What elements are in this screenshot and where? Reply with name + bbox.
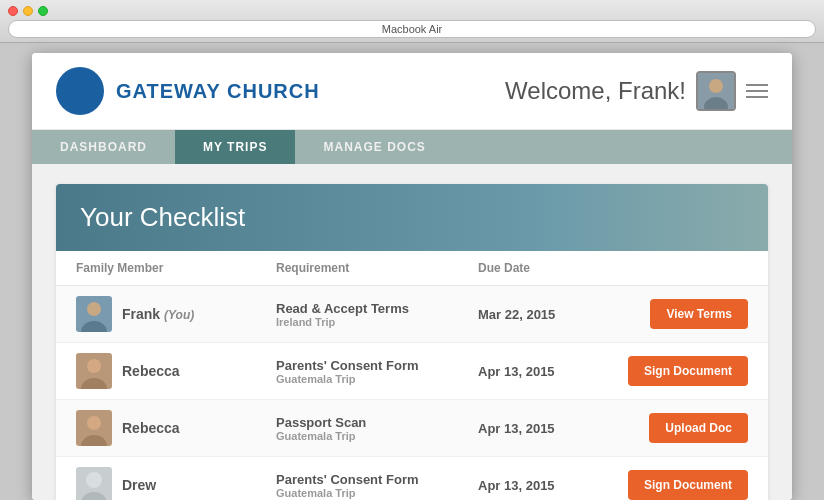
col-header-action [618, 261, 748, 275]
member-name-drew-consent: Drew [122, 477, 156, 493]
svg-point-7 [87, 359, 101, 373]
svg-point-13 [86, 472, 102, 488]
logo-circle [56, 67, 104, 115]
view-terms-button[interactable]: View Terms [650, 299, 748, 329]
member-cell-rebecca-passport: Rebecca [76, 410, 276, 446]
logo-area: GATEWAY CHURCH [56, 67, 320, 115]
hamburger-line-3 [746, 96, 768, 98]
member-name-frank: Frank (You) [122, 306, 194, 322]
req-title-rebecca-passport: Passport Scan [276, 415, 478, 430]
logo-text: GATEWAY CHURCH [116, 80, 320, 103]
url-bar[interactable]: Macbook Air [8, 20, 816, 38]
col-header-member: Family Member [76, 261, 276, 275]
sign-document-button-rebecca-consent[interactable]: Sign Document [628, 356, 748, 386]
site-nav: DASHBOARD MY TRIPS MANAGE DOCS [32, 130, 792, 164]
action-cell-rebecca-consent: Sign Document [618, 356, 748, 386]
svg-point-10 [87, 416, 101, 430]
due-date-rebecca-passport: Apr 13, 2015 [478, 421, 618, 436]
member-cell-rebecca-consent: Rebecca [76, 353, 276, 389]
member-name-rebecca-consent: Rebecca [122, 363, 180, 379]
member-name-rebecca-passport: Rebecca [122, 420, 180, 436]
checklist-title: Your Checklist [80, 202, 744, 233]
avatar-rebecca-consent [76, 353, 112, 389]
content-area: Your Checklist Family Member Requirement… [32, 164, 792, 500]
col-header-requirement: Requirement [276, 261, 478, 275]
requirement-cell-frank-terms: Read & Accept Terms Ireland Trip [276, 301, 478, 328]
svg-point-4 [87, 302, 101, 316]
hamburger-line-1 [746, 84, 768, 86]
req-title-frank-terms: Read & Accept Terms [276, 301, 478, 316]
req-title-drew-consent: Parents' Consent Form [276, 472, 478, 487]
nav-item-manage-docs[interactable]: MANAGE DOCS [295, 130, 453, 164]
table-row: Rebecca Parents' Consent Form Guatemala … [56, 343, 768, 400]
nav-item-dashboard[interactable]: DASHBOARD [32, 130, 175, 164]
checklist-card: Your Checklist Family Member Requirement… [56, 184, 768, 500]
hamburger-line-2 [746, 90, 768, 92]
member-cell-frank-terms: Frank (You) [76, 296, 276, 332]
maximize-button-traffic[interactable] [38, 6, 48, 16]
action-cell-rebecca-passport: Upload Doc [618, 413, 748, 443]
hamburger-menu-icon[interactable] [746, 84, 768, 98]
due-date-rebecca-consent: Apr 13, 2015 [478, 364, 618, 379]
nav-item-my-trips[interactable]: MY TRIPS [175, 130, 295, 164]
welcome-area: Welcome, Frank! [505, 71, 768, 111]
table-row: Drew Parents' Consent Form Guatemala Tri… [56, 457, 768, 500]
requirement-cell-rebecca-passport: Passport Scan Guatemala Trip [276, 415, 478, 442]
table-row: Rebecca Passport Scan Guatemala Trip Apr… [56, 400, 768, 457]
site-header: GATEWAY CHURCH Welcome, Frank! [32, 53, 792, 130]
welcome-text: Welcome, Frank! [505, 77, 686, 105]
user-avatar [696, 71, 736, 111]
requirement-cell-rebecca-consent: Parents' Consent Form Guatemala Trip [276, 358, 478, 385]
requirement-cell-drew-consent: Parents' Consent Form Guatemala Trip [276, 472, 478, 499]
sign-document-button-drew-consent[interactable]: Sign Document [628, 470, 748, 500]
upload-doc-button-rebecca-passport[interactable]: Upload Doc [649, 413, 748, 443]
due-date-frank-terms: Mar 22, 2015 [478, 307, 618, 322]
browser-chrome: Macbook Air [0, 0, 824, 43]
traffic-lights [8, 6, 816, 16]
req-title-rebecca-consent: Parents' Consent Form [276, 358, 478, 373]
checklist-header: Your Checklist [56, 184, 768, 251]
req-subtitle-rebecca-consent: Guatemala Trip [276, 373, 478, 385]
action-cell-frank-terms: View Terms [618, 299, 748, 329]
address-bar-area: Macbook Air [8, 20, 816, 38]
main-window: GATEWAY CHURCH Welcome, Frank! DASHBOARD… [32, 53, 792, 500]
table-row: Frank (You) Read & Accept Terms Ireland … [56, 286, 768, 343]
table-header-row: Family Member Requirement Due Date [56, 251, 768, 286]
svg-point-1 [709, 79, 723, 93]
action-cell-drew-consent: Sign Document [618, 470, 748, 500]
due-date-drew-consent: Apr 13, 2015 [478, 478, 618, 493]
avatar-frank-terms [76, 296, 112, 332]
req-subtitle-drew-consent: Guatemala Trip [276, 487, 478, 499]
close-button-traffic[interactable] [8, 6, 18, 16]
minimize-button-traffic[interactable] [23, 6, 33, 16]
member-note-frank: (You) [164, 308, 194, 322]
checklist-table: Family Member Requirement Due Date [56, 251, 768, 500]
avatar-drew-consent [76, 467, 112, 500]
req-subtitle-frank-terms: Ireland Trip [276, 316, 478, 328]
avatar-rebecca-passport [76, 410, 112, 446]
req-subtitle-rebecca-passport: Guatemala Trip [276, 430, 478, 442]
col-header-due-date: Due Date [478, 261, 618, 275]
member-cell-drew-consent: Drew [76, 467, 276, 500]
